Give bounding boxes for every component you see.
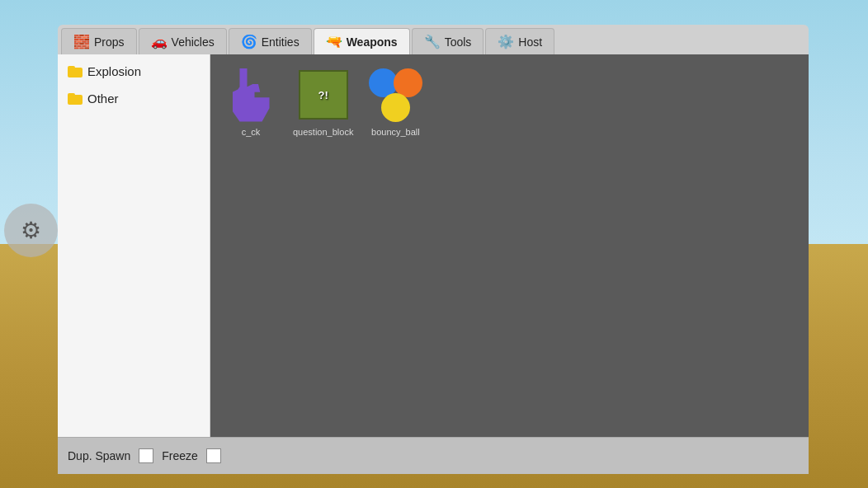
tab-weapons-label: Weapons <box>347 35 398 49</box>
sidebar-item-other-label: Other <box>87 92 119 106</box>
freeze-checkbox[interactable] <box>206 448 221 463</box>
tab-vehicles[interactable]: 🚗 Vehicles <box>139 28 227 54</box>
tab-vehicles-label: Vehicles <box>172 35 215 49</box>
shape-question_block <box>299 70 348 120</box>
item-c_ck[interactable]: c_ck <box>219 63 283 140</box>
content-area: Explosion Other c_ck <box>58 54 809 437</box>
tab-host-label: Host <box>518 35 542 49</box>
dup-spawn-label: Dup. Spawn <box>68 449 130 462</box>
item-label-question_block: question_block <box>293 127 353 137</box>
main-panel: 🧱 Props 🚗 Vehicles 🌀 Entities 🔫 Weapons … <box>58 25 809 474</box>
tab-props-label: Props <box>94 35 125 49</box>
tab-tools-label: Tools <box>445 35 472 49</box>
tab-props[interactable]: 🧱 Props <box>61 28 137 54</box>
tab-entities[interactable]: 🌀 Entities <box>229 28 312 54</box>
tools-icon: 🔧 <box>424 34 441 49</box>
item-thumb-question_block <box>295 66 352 124</box>
tab-host[interactable]: ⚙️ Host <box>485 28 554 54</box>
item-thumb-c_ck <box>222 66 280 124</box>
vehicles-icon: 🚗 <box>151 34 167 49</box>
bottom-bar: Dup. Spawn Freeze <box>58 437 809 474</box>
main-content: c_ck question_block <box>210 54 809 437</box>
shape-bouncy_ball <box>369 68 422 122</box>
shape-c_ck <box>233 68 270 122</box>
weapons-icon: 🔫 <box>326 34 342 49</box>
item-thumb-bouncy_ball <box>366 66 424 124</box>
item-label-bouncy_ball: bouncy_ball <box>371 127 420 137</box>
tab-tools[interactable]: 🔧 Tools <box>412 28 484 54</box>
folder-icon-other <box>68 93 83 105</box>
item-label-c_ck: c_ck <box>242 127 261 137</box>
tab-weapons[interactable]: 🔫 Weapons <box>314 28 410 54</box>
ball-yellow <box>381 93 410 122</box>
sidebar: Explosion Other <box>58 54 210 437</box>
items-grid: c_ck question_block <box>219 63 800 140</box>
freeze-label: Freeze <box>162 449 198 462</box>
item-question_block[interactable]: question_block <box>290 63 356 140</box>
dup-spawn-checkbox[interactable] <box>139 448 153 463</box>
sidebar-item-other[interactable]: Other <box>58 85 210 112</box>
host-icon: ⚙️ <box>498 34 514 49</box>
tab-bar: 🧱 Props 🚗 Vehicles 🌀 Entities 🔫 Weapons … <box>58 25 809 54</box>
folder-icon-explosion <box>68 66 83 77</box>
entities-icon: 🌀 <box>241 34 257 49</box>
props-icon: 🧱 <box>73 34 90 49</box>
item-bouncy_ball[interactable]: bouncy_ball <box>363 63 427 140</box>
wrench-icon[interactable]: ⚙ <box>4 204 58 257</box>
tab-entities-label: Entities <box>262 35 300 49</box>
sidebar-item-explosion-label: Explosion <box>87 64 141 78</box>
sidebar-item-explosion[interactable]: Explosion <box>58 58 210 85</box>
